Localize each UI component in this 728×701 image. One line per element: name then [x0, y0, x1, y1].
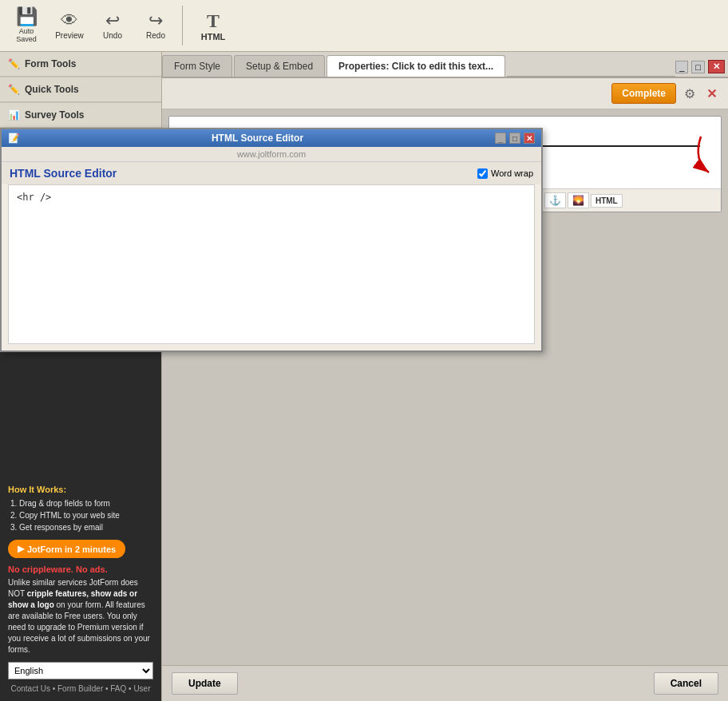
steps-list: Drag & drop fields to form Copy HTML to …	[8, 497, 153, 533]
undo-label: Undo	[103, 31, 122, 40]
hse-restore-button[interactable]: □	[509, 133, 520, 144]
hse-content-area[interactable]: <hr />	[8, 184, 535, 344]
auto-save-label: AutoSaved	[16, 27, 37, 43]
survey-tools-label: Survey Tools	[25, 109, 84, 121]
html-source-button[interactable]: HTML	[591, 194, 623, 208]
how-it-works-label: How It Works:	[8, 485, 153, 494]
undo-icon: ↩	[105, 12, 120, 30]
pencil-icon: ✏️	[8, 58, 20, 69]
footer-links: Contact Us • Form Builder • FAQ • User	[8, 684, 153, 693]
contact-link[interactable]: Contact Us	[10, 684, 49, 693]
html-label: T HTML	[189, 3, 237, 48]
word-wrap-checkbox[interactable]	[477, 168, 488, 179]
language-select[interactable]: English	[8, 662, 153, 679]
word-wrap-label: Word wrap	[491, 168, 533, 178]
jotform-button[interactable]: ▶ JotForm in 2 minutes	[8, 540, 125, 558]
hse-close-button[interactable]: ✕	[524, 133, 535, 144]
hse-wordwrap-control: Word wrap	[477, 168, 533, 179]
html-source-editor-popup: 📝 HTML Source Editor _ □ ✕ www.joltform.…	[0, 128, 543, 352]
faq-link[interactable]: FAQ	[110, 684, 126, 693]
survey-tools-header[interactable]: 📊 Survey Tools	[0, 103, 161, 128]
tab-setup-embed[interactable]: Setup & Embed	[234, 55, 325, 77]
complete-area: Complete ⚙ ✕	[162, 78, 728, 109]
cancel-button[interactable]: Cancel	[654, 672, 718, 695]
quick-tools-label: Quick Tools	[25, 84, 79, 95]
panel-restore-button[interactable]: □	[691, 61, 705, 73]
form-tools-header[interactable]: ✏️ Form Tools	[0, 52, 161, 77]
preview-button[interactable]: 👁 Preview	[49, 3, 89, 48]
hse-minimize-button[interactable]: _	[495, 133, 506, 144]
no-crippleware-label: No crippleware. No ads.	[8, 564, 153, 574]
form-tools-label: Form Tools	[25, 58, 76, 69]
hse-header: HTML Source Editor Word wrap	[2, 162, 541, 184]
tab-form-style[interactable]: Form Style	[162, 55, 232, 77]
action-bar: Update Cancel	[162, 665, 728, 701]
save-icon: 💾	[16, 8, 38, 26]
hse-titlebar: 📝 HTML Source Editor _ □ ✕	[2, 129, 541, 147]
tab-properties[interactable]: Properties: Click to edit this text...	[326, 55, 505, 77]
step-2: Copy HTML to your web site	[19, 509, 153, 521]
user-link[interactable]: User	[133, 684, 150, 693]
play-icon: ▶	[18, 544, 24, 554]
hse-title-icon: 📝	[8, 133, 20, 144]
preview-icon: 👁	[61, 12, 78, 30]
update-button[interactable]: Update	[172, 672, 238, 695]
anchor-button[interactable]: ⚓	[544, 192, 566, 208]
settings-button[interactable]: ⚙	[681, 85, 698, 103]
arrow2-svg	[621, 121, 717, 176]
survey-tools-section: 📊 Survey Tools	[0, 103, 161, 129]
content-area: Form Style Setup & Embed Properties: Cli…	[162, 52, 728, 701]
jotform-btn-label: JotForm in 2 minutes	[27, 545, 116, 554]
toolbar-divider	[182, 6, 183, 46]
panel-close-button[interactable]: ✕	[708, 60, 725, 73]
hse-header-title: HTML Source Editor	[10, 167, 117, 180]
panel-minimize-button[interactable]: _	[675, 61, 688, 73]
close-properties-button[interactable]: ✕	[703, 85, 720, 103]
hse-titlebar-controls: _ □ ✕	[495, 133, 535, 144]
image-insert-button[interactable]: 🌄	[568, 192, 589, 208]
auto-save-button[interactable]: 💾 AutoSaved	[6, 3, 46, 48]
redo-icon: ↪	[148, 12, 163, 30]
chart-icon: 📊	[8, 109, 20, 121]
redo-label: Redo	[146, 31, 165, 40]
step-3: Get responses by email	[19, 521, 153, 533]
description-text: Unlike similar services JotForm does NOT…	[8, 577, 153, 655]
main-toolbar: 💾 AutoSaved 👁 Preview ↩ Undo ↪ Redo T HT…	[0, 0, 728, 52]
hse-code: <hr />	[17, 192, 51, 203]
complete-button[interactable]: Complete	[611, 83, 676, 104]
quick-tools-header[interactable]: ✏️ Quick Tools	[0, 77, 161, 102]
hse-titlebar-label: HTML Source Editor	[212, 133, 303, 144]
quick-icon: ✏️	[8, 84, 20, 95]
undo-button[interactable]: ↩ Undo	[93, 3, 133, 48]
preview-label: Preview	[55, 31, 84, 40]
step-1: Drag & drop fields to form	[19, 497, 153, 509]
sidebar-bottom: How It Works: Drag & drop fields to form…	[0, 477, 161, 701]
form-tools-section: ✏️ Form Tools	[0, 52, 161, 77]
form-builder-link[interactable]: Form Builder	[57, 684, 103, 693]
hse-url: www.joltform.com	[2, 147, 541, 162]
quick-tools-section: ✏️ Quick Tools	[0, 77, 161, 103]
redo-button[interactable]: ↪ Redo	[136, 3, 176, 48]
tabs-bar: Form Style Setup & Embed Properties: Cli…	[162, 52, 728, 78]
